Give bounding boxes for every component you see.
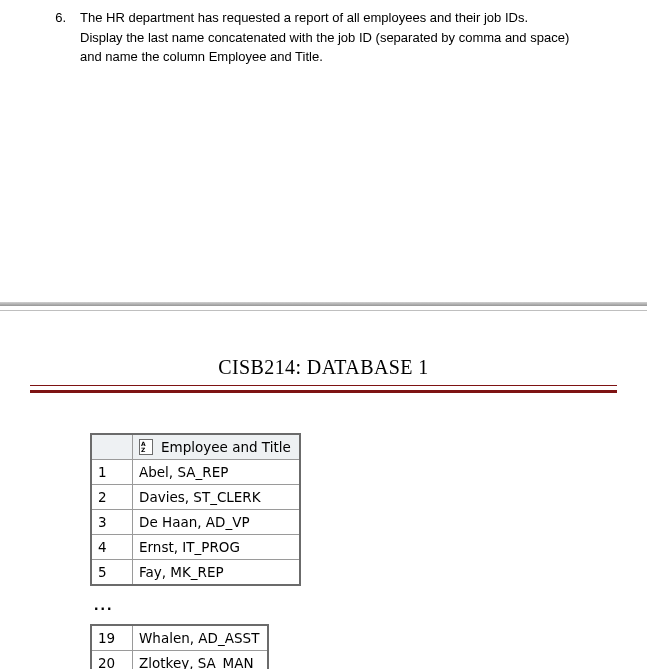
table-row: 5 Fay, MK_REP [91, 559, 300, 585]
rownum-header [91, 434, 133, 460]
question-line: The HR department has requested a report… [80, 8, 569, 28]
column-header: AZ Employee and Title [133, 434, 300, 460]
course-title: CISB214: DATABASE 1 [30, 356, 617, 379]
row-number: 2 [91, 484, 133, 509]
row-number: 3 [91, 509, 133, 534]
page-divider [0, 302, 647, 311]
cell-value: Whalen, AD_ASST [133, 625, 269, 651]
table-row: 19 Whalen, AD_ASST [91, 625, 268, 651]
cell-value: De Haan, AD_VP [133, 509, 300, 534]
ellipsis: ... [94, 596, 617, 614]
question-text: The HR department has requested a report… [80, 8, 569, 67]
question-block: 6. The HR department has requested a rep… [0, 0, 647, 67]
cell-value: Fay, MK_REP [133, 559, 300, 585]
question-number: 6. [48, 8, 66, 67]
table-row: 1 Abel, SA_REP [91, 459, 300, 484]
question-line: Display the last name concatenated with … [80, 28, 569, 48]
row-number: 20 [91, 650, 133, 669]
question-line: and name the column Employee and Title. [80, 47, 569, 67]
sort-az-icon: AZ [139, 439, 153, 455]
table-header-row: AZ Employee and Title [91, 434, 300, 460]
table-row: 3 De Haan, AD_VP [91, 509, 300, 534]
table-row: 2 Davies, ST_CLERK [91, 484, 300, 509]
column-header-text: Employee and Title [161, 439, 291, 455]
table-row: 20 Zlotkey, SA_MAN [91, 650, 268, 669]
cell-value: Zlotkey, SA_MAN [133, 650, 269, 669]
cell-value: Abel, SA_REP [133, 459, 300, 484]
row-number: 19 [91, 625, 133, 651]
title-double-rule [30, 385, 617, 393]
cell-value: Davies, ST_CLERK [133, 484, 300, 509]
result-table-top: AZ Employee and Title 1 Abel, SA_REP 2 D… [90, 433, 301, 586]
result-table-bottom: 19 Whalen, AD_ASST 20 Zlotkey, SA_MAN [90, 624, 269, 670]
row-number: 1 [91, 459, 133, 484]
row-number: 5 [91, 559, 133, 585]
table-row: 4 Ernst, IT_PROG [91, 534, 300, 559]
cell-value: Ernst, IT_PROG [133, 534, 300, 559]
row-number: 4 [91, 534, 133, 559]
